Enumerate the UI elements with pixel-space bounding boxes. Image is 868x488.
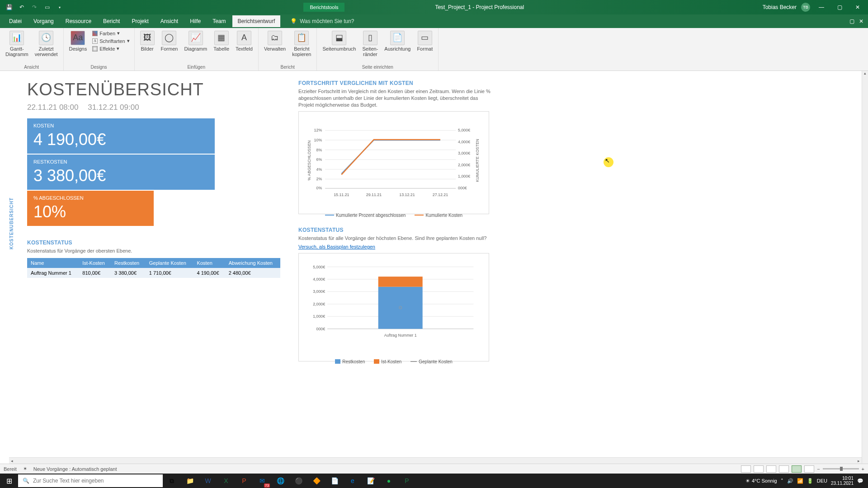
designs-button[interactable]: AaDesigns xyxy=(67,30,89,52)
view-btn-6[interactable] xyxy=(804,465,814,473)
effects-button[interactable]: Effekte ▾ xyxy=(91,45,130,52)
scroll-right-icon[interactable]: ▸ xyxy=(858,459,860,463)
tell-me-search[interactable]: 💡 Was möchten Sie tun? xyxy=(290,18,354,24)
undo-icon[interactable]: ↶ xyxy=(17,3,26,12)
textbox-button[interactable]: ATextfeld xyxy=(234,30,255,52)
fonts-button[interactable]: ASchriftarten ▾ xyxy=(91,38,130,44)
format-icon: ▭ xyxy=(418,31,432,45)
svg-rect-39 xyxy=(378,277,423,287)
excel-icon[interactable]: X xyxy=(217,474,235,488)
zoom-in-icon[interactable]: + xyxy=(862,466,864,472)
tile-kosten[interactable]: KOSTEN 4 190,00€ xyxy=(27,118,215,154)
tab-ansicht[interactable]: Ansicht xyxy=(155,15,184,27)
report-canvas[interactable]: KOSTENÜBERSICHT KOSTENÜBERSICHT 22.11.21… xyxy=(9,71,862,470)
spotify-icon[interactable]: ● xyxy=(380,474,398,488)
user-avatar[interactable]: TB xyxy=(801,3,810,12)
legend-blue-icon xyxy=(325,215,334,216)
tile-pct[interactable]: % ABGESCHLOSSEN 10% xyxy=(27,191,154,226)
table-button[interactable]: ▦Tabelle xyxy=(212,30,231,52)
chart2-legend: Restkosten Ist-Kosten Geplante Kosten xyxy=(305,359,482,364)
tab-hilfe[interactable]: Hilfe xyxy=(184,15,206,27)
doc-icon[interactable]: ▭ xyxy=(42,3,52,12)
view-btn-2[interactable] xyxy=(754,465,764,473)
svg-text:0%: 0% xyxy=(316,185,322,190)
view-btn-1[interactable] xyxy=(741,465,751,473)
edge-icon[interactable]: e xyxy=(344,474,362,488)
obs-icon[interactable]: ⚫ xyxy=(289,474,307,488)
pagebreak-button[interactable]: ⬓Seitenumbruch xyxy=(321,30,358,52)
tray-chevron-icon[interactable]: ˄ xyxy=(781,478,783,484)
status-chart[interactable]: 5,000€ 4,000€ 3,000€ 2,000€ 1,000€ 000€ … xyxy=(298,253,489,361)
explorer-icon[interactable]: 📁 xyxy=(181,474,199,488)
tab-projekt[interactable]: Projekt xyxy=(126,15,154,27)
vertical-scrollbar[interactable]: ▴ xyxy=(862,71,868,464)
clock[interactable]: 10:01 23.11.2021 xyxy=(831,476,854,486)
view-btn-3[interactable] xyxy=(766,465,776,473)
margins-button[interactable]: ▯Seiten- ränder xyxy=(360,30,380,58)
zoom-slider[interactable] xyxy=(823,468,859,469)
network-icon[interactable]: 📶 xyxy=(797,478,803,484)
view-btn-5[interactable] xyxy=(792,465,802,473)
tab-bericht[interactable]: Bericht xyxy=(98,15,125,27)
save-icon[interactable]: 💾 xyxy=(5,3,14,12)
view-btn-4[interactable] xyxy=(779,465,789,473)
tile-rest-label: RESTKOSTEN xyxy=(33,159,208,164)
notepad-icon[interactable]: 📝 xyxy=(362,474,380,488)
start-button[interactable]: ⊞ xyxy=(0,474,18,488)
table-row[interactable]: Auftrag Nummer 1 810,00€ 3 380,00€ 1 710… xyxy=(27,268,280,278)
battery-icon[interactable]: 🔋 xyxy=(807,478,813,484)
taskbar: ⊞ 🔍 Zur Suche Text hier eingeben ⧉ 📁 W X… xyxy=(0,474,868,488)
orientation-button[interactable]: 📄Ausrichtung xyxy=(382,30,412,52)
restore-ribbon-icon[interactable]: ▢ xyxy=(849,18,854,24)
tab-datei[interactable]: Datei xyxy=(4,15,27,27)
images-button[interactable]: 🖼Bilder xyxy=(138,30,156,52)
customize-icon[interactable]: ▾ xyxy=(55,3,64,12)
tab-berichtsentwurf[interactable]: Berichtsentwurf xyxy=(232,15,281,27)
minimize-icon[interactable]: — xyxy=(815,3,828,12)
close-icon[interactable]: ✕ xyxy=(851,3,864,12)
gantt-chart-button[interactable]: 📊Gantt- Diagramm xyxy=(4,30,30,58)
app-icon-1[interactable]: 🔶 xyxy=(307,474,326,488)
search-icon: 🔍 xyxy=(23,478,29,484)
progress-chart[interactable]: 12% 10% 8% 6% 4% 2% 0% 5,000€ 4,000€ 3,0… xyxy=(298,111,489,214)
copy-report-button[interactable]: 📋Bericht kopieren xyxy=(290,30,313,58)
scroll-left-icon[interactable]: ◂ xyxy=(11,459,13,463)
weather-text: 4°C Sonnig xyxy=(752,478,777,483)
effects-icon xyxy=(92,46,98,52)
clock-time: 10:01 xyxy=(831,476,854,481)
svg-text:000€: 000€ xyxy=(316,327,326,331)
mail-icon[interactable]: ✉73 xyxy=(253,474,271,488)
volume-icon[interactable]: 🔊 xyxy=(787,478,793,484)
colors-button[interactable]: Farben ▾ xyxy=(91,30,130,37)
manage-button[interactable]: 🗂Verwalten xyxy=(262,30,288,52)
maximize-icon[interactable]: ▢ xyxy=(833,3,846,12)
cost-table[interactable]: Name Ist-Kosten Restkosten Geplante Kost… xyxy=(27,258,280,278)
weather-widget[interactable]: ☀ 4°C Sonnig xyxy=(745,478,777,484)
powerpoint-icon[interactable]: P xyxy=(235,474,253,488)
task-view-icon[interactable]: ⧉ xyxy=(163,474,181,488)
tab-vorgang[interactable]: Vorgang xyxy=(28,15,59,27)
chrome-icon[interactable]: 🌐 xyxy=(271,474,289,488)
format-button[interactable]: ▭Format xyxy=(415,30,434,52)
cost-table-section: KOSTENSTATUS Kostenstatus für Vorgänge d… xyxy=(27,239,280,278)
word-icon[interactable]: W xyxy=(199,474,217,488)
scroll-up-icon[interactable]: ▴ xyxy=(862,71,868,77)
shapes-button[interactable]: ◯Formen xyxy=(159,30,180,52)
side-tab-label[interactable]: KOSTENÜBERSICHT xyxy=(9,197,14,249)
app-icon-2[interactable]: 📄 xyxy=(326,474,344,488)
tab-team[interactable]: Team xyxy=(207,15,231,27)
notifications-icon[interactable]: 💬 xyxy=(857,478,863,484)
baseline-link[interactable]: Versuch, als Basisplan festzulegen xyxy=(298,244,493,249)
tab-ressource[interactable]: Ressource xyxy=(60,15,97,27)
zoom-out-icon[interactable]: − xyxy=(817,466,820,472)
chart-button[interactable]: 📈Diagramm xyxy=(182,30,209,52)
recently-used-button[interactable]: 🕓Zuletzt verwendet xyxy=(33,30,60,58)
close-doc-icon[interactable]: ✕ xyxy=(859,18,863,24)
horizontal-scrollbar[interactable]: ◂ ▸ xyxy=(9,457,862,464)
taskbar-search[interactable]: 🔍 Zur Suche Text hier eingeben xyxy=(18,474,163,487)
user-name[interactable]: Tobias Becker xyxy=(763,4,797,10)
tile-restkosten[interactable]: RESTKOSTEN 3 380,00€ xyxy=(27,155,215,190)
project-icon[interactable]: P xyxy=(398,474,416,488)
lang-indicator[interactable]: DEU xyxy=(817,478,827,483)
redo-icon[interactable]: ↷ xyxy=(30,3,39,12)
